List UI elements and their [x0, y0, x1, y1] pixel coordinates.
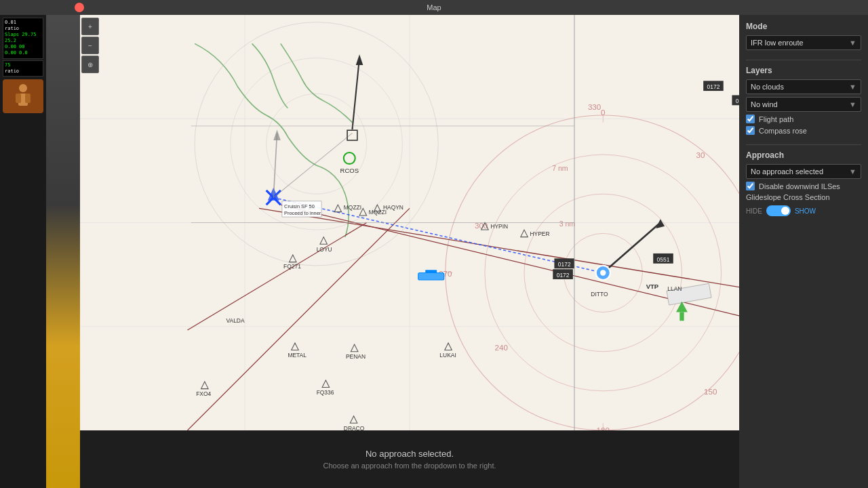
- compass-rose-checkbox[interactable]: [746, 126, 755, 135]
- svg-text:DITTO: DITTO: [591, 291, 608, 298]
- flight-path-label: Flight path: [759, 115, 793, 123]
- clouds-arrow: ▼: [849, 83, 856, 91]
- disable-downwind-row: Disable downwind ILSes: [746, 182, 861, 190]
- instruments: 0.01 ratio Slaps 29.75 25.2 0.00 00 0.00…: [0, 15, 46, 119]
- layers-label: Layers: [746, 66, 861, 75]
- approach-section: Approach No approach selected ▼ Disable …: [746, 150, 861, 216]
- svg-text:PENAN: PENAN: [346, 353, 366, 360]
- svg-text:Cruisin SF 50: Cruisin SF 50: [284, 203, 315, 209]
- map-svg: 330 30 300 90 240 210 180 150 120 270 0 …: [80, 15, 739, 430]
- divider-2: [746, 144, 861, 145]
- svg-rect-101: [425, 270, 437, 272]
- svg-text:Proceed to inner: Proceed to inner: [284, 210, 321, 216]
- svg-text:HYPER: HYPER: [530, 230, 549, 237]
- mode-dropdown-arrow: ▼: [849, 39, 856, 47]
- svg-text:VALDA: VALDA: [226, 317, 245, 324]
- flight-path-row: Flight path: [746, 115, 861, 123]
- mode-dropdown[interactable]: IFR low enroute ▼: [746, 35, 861, 50]
- svg-text:150: 150: [704, 387, 717, 396]
- mode-value: IFR low enroute: [751, 39, 804, 47]
- svg-text:LOYU: LOYU: [317, 246, 332, 253]
- svg-text:RCOS: RCOS: [340, 167, 359, 174]
- svg-text:0551: 0551: [657, 256, 670, 263]
- svg-text:DRACO: DRACO: [344, 425, 365, 430]
- clouds-value: No clouds: [751, 83, 784, 91]
- compass-rose-row: Compass rose: [746, 126, 861, 135]
- svg-point-54: [600, 270, 606, 275]
- svg-rect-108: [679, 312, 684, 321]
- map-toolbar: + − ⊕: [81, 15, 102, 150]
- svg-text:HAQYN: HAQYN: [383, 204, 403, 211]
- status-sub-text: Choose an approach from the dropdown to …: [323, 462, 496, 470]
- clouds-dropdown[interactable]: No clouds ▼: [746, 79, 861, 94]
- right-panel: Mode IFR low enroute ▼ Layers No clouds …: [739, 15, 868, 488]
- svg-text:330: 330: [588, 102, 601, 111]
- svg-point-0: [19, 84, 27, 92]
- svg-text:LLAN: LLAN: [667, 285, 682, 292]
- glideslope-toggle[interactable]: [766, 205, 791, 216]
- wind-dropdown[interactable]: No wind ▼: [746, 97, 861, 112]
- status-main-text: No approach selected.: [366, 449, 454, 459]
- bottom-status-bar: No approach selected. Choose an approach…: [80, 430, 739, 488]
- svg-rect-2: [16, 94, 21, 103]
- svg-text:7 nm: 7 nm: [552, 164, 568, 172]
- titlebar: Map: [0, 0, 868, 15]
- glideslope-section-label: Glideslope Cross Section: [746, 193, 861, 201]
- svg-text:FQ271: FQ271: [283, 263, 301, 270]
- approach-arrow: ▼: [849, 167, 856, 176]
- divider-1: [746, 60, 861, 60]
- svg-text:VTP: VTP: [646, 283, 659, 290]
- wind-value: No wind: [751, 100, 778, 108]
- approach-value: No approach selected: [751, 167, 823, 176]
- close-button[interactable]: [75, 3, 84, 12]
- zoom-out-button[interactable]: −: [81, 37, 99, 54]
- svg-text:30: 30: [696, 150, 705, 159]
- svg-text:HYPIN: HYPIN: [490, 223, 508, 230]
- disable-downwind-label: Disable downwind ILSes: [759, 182, 840, 190]
- layers-section: Layers No clouds ▼ No wind ▼ Flight path…: [746, 66, 861, 135]
- instrument-panel: 0.01 ratio Slaps 29.75 25.2 0.00 00 0.00…: [0, 15, 46, 488]
- svg-text:3 nm: 3 nm: [559, 220, 576, 228]
- svg-text:LUKAI: LUKAI: [439, 352, 456, 359]
- mode-section: Mode IFR low enroute ▼: [746, 22, 861, 50]
- svg-text:0172: 0172: [707, 83, 720, 90]
- svg-text:METAL: METAL: [288, 352, 307, 359]
- hide-label: HIDE: [746, 207, 762, 215]
- disable-downwind-checkbox[interactable]: [746, 182, 755, 190]
- show-label: SHOW: [795, 207, 816, 215]
- mode-label: Mode: [746, 22, 861, 31]
- svg-text:FXO4: FXO4: [196, 390, 211, 397]
- svg-text:0172: 0172: [558, 261, 571, 268]
- svg-rect-3: [25, 94, 31, 103]
- glideslope-toggle-row: HIDE SHOW: [746, 205, 861, 216]
- center-button[interactable]: ⊕: [81, 56, 99, 73]
- flight-path-checkbox[interactable]: [746, 115, 755, 123]
- background-scene: [46, 15, 80, 488]
- map-area[interactable]: 330 30 300 90 240 210 180 150 120 270 0 …: [80, 15, 739, 430]
- svg-rect-100: [418, 272, 444, 280]
- zoom-in-button[interactable]: +: [81, 18, 99, 35]
- svg-text:0172: 0172: [557, 272, 570, 279]
- svg-text:MQZZI: MQZZI: [344, 204, 361, 211]
- window-title: Map: [427, 3, 441, 12]
- approach-dropdown[interactable]: No approach selected ▼: [746, 164, 861, 179]
- person-figure: [3, 79, 43, 113]
- instrument-2: 75 ratio: [3, 60, 43, 77]
- svg-text:FQ336: FQ336: [317, 389, 334, 396]
- instrument-1: 0.01 ratio Slaps 29.75 25.2 0.00 00 0.00…: [3, 18, 43, 59]
- wind-arrow: ▼: [849, 100, 856, 108]
- approach-label: Approach: [746, 150, 861, 160]
- svg-text:240: 240: [495, 343, 508, 352]
- compass-rose-label: Compass rose: [759, 127, 807, 135]
